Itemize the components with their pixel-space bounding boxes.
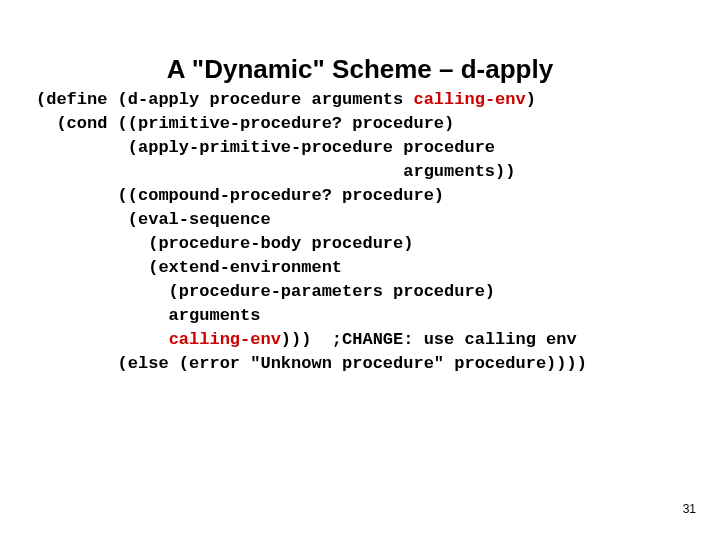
code-line-11b-calling-env: calling-env bbox=[169, 330, 281, 349]
code-line-4: arguments)) bbox=[36, 162, 515, 181]
code-line-1c: ) bbox=[526, 90, 536, 109]
code-line-10: arguments bbox=[36, 306, 260, 325]
code-line-1b-calling-env: calling-env bbox=[413, 90, 525, 109]
code-line-7: (procedure-body procedure) bbox=[36, 234, 413, 253]
code-line-2: (cond ((primitive-procedure? procedure) bbox=[36, 114, 454, 133]
code-line-6: (eval-sequence bbox=[36, 210, 271, 229]
code-line-5: ((compound-procedure? procedure) bbox=[36, 186, 444, 205]
code-line-11a bbox=[36, 330, 169, 349]
code-block: (define (d-apply procedure arguments cal… bbox=[36, 88, 587, 376]
code-line-3: (apply-primitive-procedure procedure bbox=[36, 138, 495, 157]
code-line-9: (procedure-parameters procedure) bbox=[36, 282, 495, 301]
code-line-12: (else (error "Unknown procedure" procedu… bbox=[36, 354, 587, 373]
slide-title: A "Dynamic" Scheme – d-apply bbox=[0, 54, 720, 85]
page-number: 31 bbox=[683, 502, 696, 516]
code-line-8: (extend-environment bbox=[36, 258, 342, 277]
code-line-11c: ))) ;CHANGE: use calling env bbox=[281, 330, 577, 349]
code-line-1a: (define (d-apply procedure arguments bbox=[36, 90, 413, 109]
